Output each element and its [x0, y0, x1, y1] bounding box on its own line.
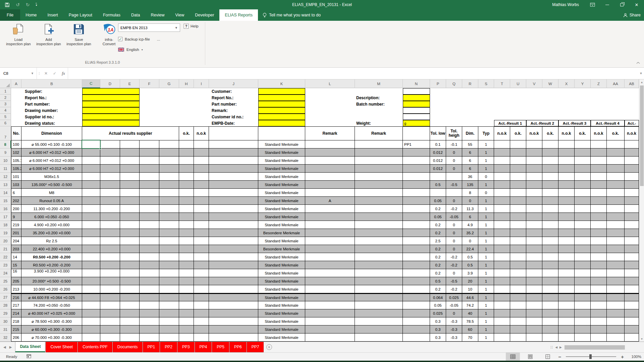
cell-F11[interactable] — [140, 165, 159, 173]
cell-P32[interactable]: 0.3 — [430, 334, 446, 342]
cell-F21[interactable] — [140, 245, 159, 253]
cell-U25[interactable] — [510, 277, 526, 285]
cell-G16[interactable] — [159, 205, 179, 213]
cell-B13[interactable]: 135.000° +0.500 -0.500 — [21, 181, 82, 189]
cell-I16[interactable] — [194, 205, 209, 213]
cell-U32[interactable] — [510, 334, 526, 342]
cell-L25[interactable] — [305, 277, 355, 285]
page-layout-view-button[interactable] — [523, 353, 537, 361]
cell-Q23[interactable]: -0.2 — [446, 261, 462, 269]
new-sheet-button[interactable]: + — [264, 342, 274, 352]
cell-B29[interactable]: ⌀ 40.000 H7 +0.025 +0.000 — [21, 309, 82, 317]
cell-V25[interactable] — [526, 277, 542, 285]
cell-F30[interactable] — [140, 317, 159, 325]
cell-S26[interactable]: 1 — [478, 285, 494, 293]
column-header-m[interactable]: M — [355, 79, 403, 88]
column-header-w[interactable]: W — [542, 79, 558, 88]
cell-T18[interactable] — [494, 221, 510, 229]
cell-L20[interactable] — [305, 237, 355, 245]
macro-record-icon[interactable] — [26, 354, 31, 359]
column-header-l[interactable]: L — [305, 79, 355, 88]
cell-K31[interactable]: Standard Merkmale — [258, 325, 305, 334]
cell-V12[interactable] — [526, 173, 542, 181]
cell-S22[interactable]: 1 — [478, 253, 494, 261]
cell-H32[interactable] — [179, 334, 194, 342]
cell-X18[interactable] — [558, 221, 575, 229]
collapse-ribbon-icon[interactable] — [636, 59, 640, 65]
cell-M21[interactable] — [355, 245, 403, 253]
cell-E21[interactable] — [120, 245, 140, 253]
cell-Y32[interactable] — [575, 334, 591, 342]
cell-AB11[interactable] — [625, 165, 639, 173]
minimize-button[interactable] — [600, 0, 614, 9]
cell-N16[interactable] — [403, 205, 430, 213]
cell-J9[interactable] — [209, 148, 258, 157]
cell-A21[interactable]: 203 — [11, 245, 21, 253]
cell-V24[interactable] — [526, 269, 542, 277]
cell-T28[interactable] — [494, 301, 510, 309]
cell-F32[interactable] — [140, 334, 159, 342]
cell-X20[interactable] — [558, 237, 575, 245]
cell-AA11[interactable] — [607, 165, 625, 173]
cell-AB16[interactable] — [625, 205, 639, 213]
row-header-25[interactable]: 25 — [0, 277, 11, 285]
cell-E9[interactable] — [120, 148, 140, 157]
page-break-view-button[interactable] — [541, 353, 555, 361]
cell-E10[interactable] — [120, 157, 140, 165]
cell-AA16[interactable] — [607, 205, 625, 213]
input-cell-yellow[interactable] — [258, 95, 305, 101]
cell-W31[interactable] — [542, 325, 558, 334]
cell-X13[interactable] — [558, 181, 575, 189]
row-header-12[interactable]: 12 — [0, 173, 11, 181]
cell-I32[interactable] — [194, 334, 209, 342]
cell-M15[interactable] — [355, 197, 403, 205]
cell-W23[interactable] — [542, 261, 558, 269]
cell-X29[interactable] — [558, 309, 575, 317]
cell-P25[interactable]: 0.5 — [430, 277, 446, 285]
cell-F16[interactable] — [140, 205, 159, 213]
cell-C15[interactable] — [82, 197, 100, 205]
cell-AA12[interactable] — [607, 173, 625, 181]
cell-Q9[interactable]: 0 — [446, 148, 462, 157]
cell-D30[interactable] — [100, 317, 120, 325]
cell-S30[interactable]: 1 — [478, 317, 494, 325]
cell-L18[interactable] — [305, 221, 355, 229]
cell-J14[interactable] — [209, 189, 258, 197]
cell-T31[interactable] — [494, 325, 510, 334]
cell-N14[interactable] — [403, 189, 430, 197]
cell-D13[interactable] — [100, 181, 120, 189]
cell-R16[interactable]: 11.3 — [462, 205, 478, 213]
cell-J30[interactable] — [209, 317, 258, 325]
row-header-3[interactable]: 3 — [0, 101, 11, 107]
row-header-32[interactable]: 32 — [0, 334, 11, 342]
vertical-scrollbar-thumb[interactable] — [640, 85, 644, 186]
cell-V13[interactable] — [526, 181, 542, 189]
cell-E18[interactable] — [120, 221, 140, 229]
cell-D28[interactable] — [100, 301, 120, 309]
cell-R8[interactable]: 55 — [462, 140, 478, 148]
cell-E8[interactable] — [120, 140, 140, 148]
cell-AB17[interactable] — [625, 213, 639, 221]
cell-AA19[interactable] — [607, 229, 625, 237]
cell-A26[interactable]: 213 — [11, 285, 21, 293]
cell-N20[interactable] — [403, 237, 430, 245]
cell-F18[interactable] — [140, 221, 159, 229]
cell-H13[interactable] — [179, 181, 194, 189]
cell-V10[interactable] — [526, 157, 542, 165]
cell-U9[interactable] — [510, 148, 526, 157]
cell-S16[interactable]: 1 — [478, 205, 494, 213]
cell-F22[interactable] — [140, 253, 159, 261]
cell-R17[interactable]: 6 — [462, 213, 478, 221]
cell-S27[interactable]: 1 — [478, 293, 494, 301]
cell-U27[interactable] — [510, 293, 526, 301]
row-header-19[interactable]: 19 — [0, 229, 11, 237]
cell-K22[interactable]: Standard Merkmale — [258, 253, 305, 261]
cell-N23[interactable] — [403, 261, 430, 269]
cell-F15[interactable] — [140, 197, 159, 205]
cell-J21[interactable] — [209, 245, 258, 253]
cell-Q25[interactable]: -0.5 — [446, 277, 462, 285]
help-button[interactable]: ? Help — [183, 23, 199, 29]
zoom-slider[interactable] — [566, 356, 616, 357]
cell-U17[interactable] — [510, 213, 526, 221]
cell-M10[interactable] — [355, 157, 403, 165]
